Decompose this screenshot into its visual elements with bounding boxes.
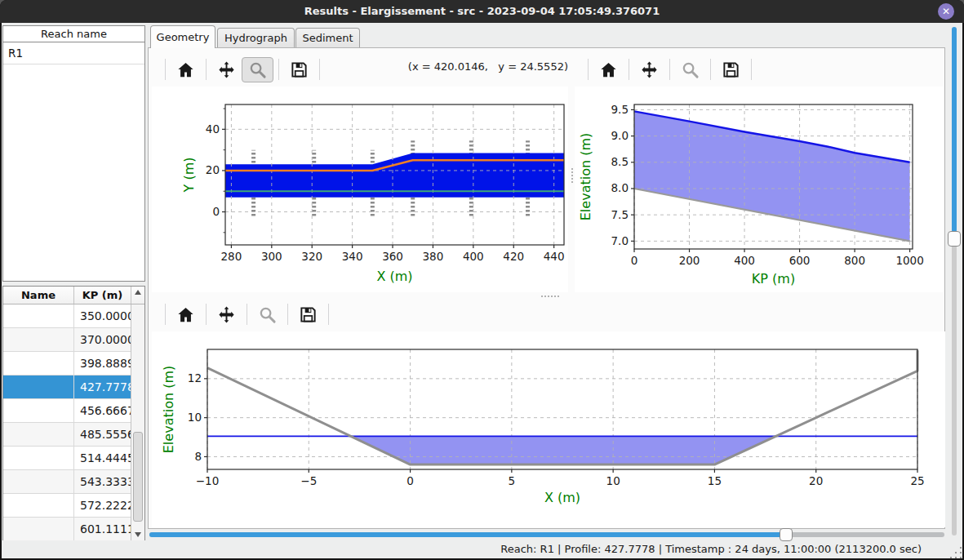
svg-text:420: 420 [503,250,524,263]
magnifier-icon [681,60,700,79]
scrollbar-thumb[interactable] [133,432,143,522]
toolbar-separator [206,304,207,325]
table-row[interactable]: 514.4445 [3,447,131,470]
scroll-up-icon[interactable] [135,290,141,295]
zoom-button[interactable] [252,305,282,324]
save-button[interactable] [716,60,746,79]
svg-text:320: 320 [301,250,322,263]
svg-text:400: 400 [463,250,484,263]
svg-text:9.5: 9.5 [611,103,629,116]
resize-grip[interactable] [950,547,952,549]
reach-list-item[interactable]: R1 [3,42,144,64]
toolbar-separator [165,59,166,80]
profiles-table-header: Name KP (m) [3,287,144,304]
cell-name[interactable] [3,352,74,375]
home-button[interactable] [171,60,201,79]
title-bar[interactable]: Results - Elargissement - src - 2023-09-… [0,0,964,23]
table-row[interactable]: 485.5556 [3,423,131,447]
svg-text:380: 380 [423,250,444,263]
svg-text:280: 280 [221,250,242,263]
cell-kp[interactable]: 572.2222 [74,494,131,517]
cell-name[interactable] [3,518,74,540]
toolbar-separator [751,59,752,80]
cell-name[interactable] [3,328,74,351]
vertical-slider-fill [952,27,957,233]
pan-button[interactable] [211,305,242,324]
toolbar-separator [247,304,247,325]
home-icon [176,60,195,79]
toolbar-separator [287,304,288,325]
home-icon [599,60,618,79]
cell-kp[interactable]: 543.3333 [74,470,131,493]
svg-text:8.5: 8.5 [611,155,629,168]
svg-text:1000: 1000 [895,254,923,267]
save-button[interactable] [293,305,323,324]
cell-kp[interactable]: 370.0000 [74,328,131,351]
svg-text:9.0: 9.0 [611,129,629,142]
zoom-button[interactable] [675,60,705,79]
table-scrollbar[interactable] [131,304,144,540]
table-row[interactable]: 427.7778 [3,376,131,399]
close-icon[interactable]: ✕ [938,3,954,20]
cell-name[interactable] [3,376,74,398]
toolbar-separator [206,59,207,80]
table-row[interactable]: 456.6667 [3,399,131,423]
timestamp-slider[interactable] [149,532,944,537]
svg-text:12: 12 [188,371,202,384]
home-button[interactable] [171,305,201,324]
zoom-button[interactable] [242,57,273,82]
scroll-down-icon[interactable] [135,532,141,537]
cross-section-canvas[interactable]: −10−5051015202581012X (m)Elevation (m) [152,331,945,527]
table-row[interactable]: 398.8889 [3,352,131,376]
longitudinal-profile-canvas[interactable]: 020040060080010007.07.58.08.59.09.5KP (m… [575,87,944,292]
table-row[interactable]: 572.2222 [3,494,131,518]
svg-text:0: 0 [631,254,638,267]
tab-hydrograph[interactable]: Hydrograph [217,28,295,48]
svg-text:8.0: 8.0 [611,181,629,194]
cell-kp[interactable]: 514.4445 [74,447,131,469]
timestamp-slider-thumb[interactable] [780,528,793,541]
svg-text:X (m): X (m) [544,490,580,505]
pan-button[interactable] [634,60,664,79]
vertical-slider-thumb[interactable] [948,231,961,247]
svg-text:600: 600 [789,254,811,267]
toolbar-separator [165,304,166,325]
reach-list-header: Reach name [2,25,145,42]
svg-text:8: 8 [194,450,202,463]
cell-kp[interactable]: 456.6667 [74,399,131,422]
save-button[interactable] [284,60,314,79]
tab-sediment[interactable]: Sediment [295,28,360,48]
toolbar-separator [669,59,670,80]
cell-kp[interactable]: 485.5556 [74,423,131,446]
table-row[interactable]: 370.0000 [3,328,131,352]
svg-text:440: 440 [544,250,565,263]
plan-view-canvas[interactable]: 28030032034036038040042044002040X (m)Y (… [152,87,568,292]
cell-kp[interactable]: 601.1111 [74,518,131,540]
column-header-kp[interactable]: KP (m) [74,287,131,304]
table-row[interactable]: 601.1111 [3,518,131,540]
app-window: Results - Elargissement - src - 2023-09-… [0,0,964,560]
cell-name[interactable] [3,304,74,327]
svg-text:0: 0 [406,474,414,487]
home-button[interactable] [593,60,624,79]
pan-icon [217,305,236,324]
toolbar-separator [629,59,629,80]
profiles-table-body: 350.0000370.0000398.8889427.7778456.6667… [3,304,131,540]
vertical-slider[interactable] [952,233,957,536]
cell-name[interactable] [3,494,74,517]
pan-button[interactable] [211,60,242,79]
cell-name[interactable] [3,423,74,446]
cell-name[interactable] [3,470,74,493]
column-header-name[interactable]: Name [3,287,74,304]
table-row[interactable]: 350.0000 [3,304,131,328]
table-row[interactable]: 543.3333 [3,470,131,494]
cell-kp[interactable]: 398.8889 [74,352,131,375]
cell-name[interactable] [3,399,74,422]
tab-geometry[interactable]: Geometry [150,25,215,48]
svg-text:Elevation (m): Elevation (m) [161,366,176,453]
cell-kp[interactable]: 427.7778 [74,376,131,398]
svg-text:10: 10 [606,474,620,487]
home-icon [176,305,195,324]
cell-kp[interactable]: 350.0000 [74,304,131,327]
cell-name[interactable] [3,447,74,469]
